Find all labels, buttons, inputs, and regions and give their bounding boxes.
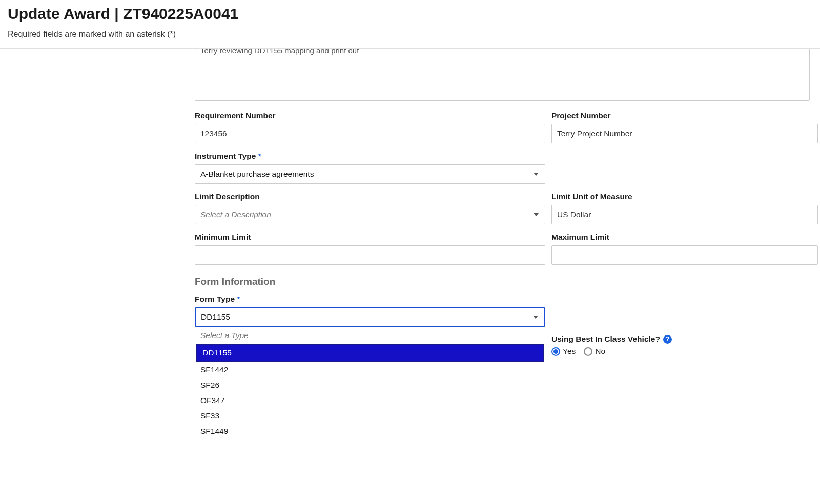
dropdown-item-sf1442[interactable]: SF1442 <box>195 362 545 377</box>
dropdown-item-sf1449[interactable]: SF1449 <box>195 424 545 439</box>
requirement-number-input[interactable] <box>195 124 545 143</box>
requirement-number-label: Requirement Number <box>195 111 545 120</box>
form-type-dropdown: Select a Type DD1155 SF1442 SF26 OF347 S… <box>195 327 545 439</box>
chevron-down-icon <box>533 316 538 319</box>
best-in-class-label: Using Best In Class Vehicle? <box>551 334 660 344</box>
instrument-type-select[interactable]: A-Blanket purchase agreements <box>195 164 545 184</box>
max-limit-input[interactable] <box>551 245 818 265</box>
min-limit-label: Minimum Limit <box>195 233 545 242</box>
dropdown-item-sf33[interactable]: SF33 <box>195 408 545 424</box>
help-icon[interactable]: ? <box>663 335 672 344</box>
limit-description-label: Limit Description <box>195 192 545 201</box>
dropdown-item-sf26[interactable]: SF26 <box>195 377 545 393</box>
chevron-down-icon <box>534 173 539 176</box>
dropdown-placeholder[interactable]: Select a Type <box>195 327 545 344</box>
best-in-class-yes-radio[interactable]: Yes <box>551 347 576 356</box>
form-type-select[interactable]: DD1155 <box>195 307 545 327</box>
radio-icon <box>584 347 592 356</box>
form-information-heading: Form Information <box>195 276 820 287</box>
required-star: * <box>237 295 240 303</box>
description-text: Terry reviewing DD1155 mapping and print… <box>200 49 804 55</box>
required-fields-note: Required fields are marked with an aster… <box>8 30 812 39</box>
min-limit-input[interactable] <box>195 245 545 265</box>
best-in-class-no-radio[interactable]: No <box>584 347 605 356</box>
dropdown-item-dd1155[interactable]: DD1155 <box>196 344 544 362</box>
left-sidebar-spacer <box>0 49 176 504</box>
page-header: Update Award | ZT940225A0041 Required fi… <box>0 0 820 49</box>
required-star: * <box>258 152 261 160</box>
radio-icon <box>551 347 560 356</box>
limit-description-select[interactable]: Select a Description <box>195 205 545 224</box>
description-textarea[interactable]: Terry reviewing DD1155 mapping and print… <box>195 49 810 101</box>
chevron-down-icon <box>534 213 539 216</box>
dropdown-item-of347[interactable]: OF347 <box>195 393 545 408</box>
form-type-label: Form Type * <box>195 295 545 304</box>
limit-unit-input[interactable] <box>551 205 818 224</box>
max-limit-label: Maximum Limit <box>551 233 818 242</box>
project-number-input[interactable] <box>551 124 818 143</box>
instrument-type-label: Instrument Type * <box>195 152 545 161</box>
limit-unit-label: Limit Unit of Measure <box>551 192 818 201</box>
page-title: Update Award | ZT940225A0041 <box>8 5 812 23</box>
project-number-label: Project Number <box>551 111 818 120</box>
